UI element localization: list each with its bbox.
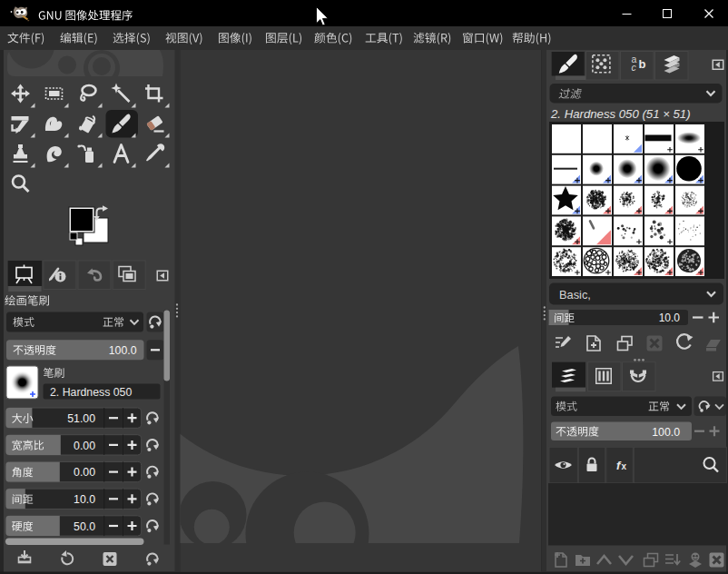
svg-text:b: b [639,57,646,71]
svg-text:0.00: 0.00 [74,466,95,479]
svg-text:100.0: 100.0 [652,426,680,439]
svg-text:100.0: 100.0 [109,344,137,357]
svg-text:2. Hardness 050 (51 × 51): 2. Hardness 050 (51 × 51) [550,107,691,121]
svg-text:c: c [632,62,637,73]
svg-text:50.0: 50.0 [74,520,95,533]
svg-text:10.0: 10.0 [74,493,95,506]
svg-text:0.00: 0.00 [74,440,95,452]
svg-text:51.00: 51.00 [67,412,95,425]
svg-text:10.0: 10.0 [659,312,681,324]
svg-text:2. Hardness 050: 2. Hardness 050 [50,386,132,399]
svg-text:Basic,: Basic, [559,288,591,302]
svg-text:x: x [622,461,627,471]
